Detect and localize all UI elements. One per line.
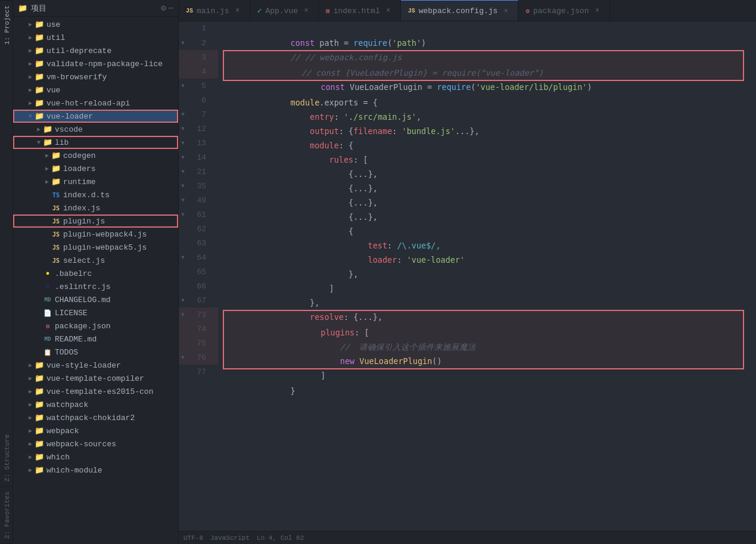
line-14-gutter: ▼ 14: [179, 150, 218, 164]
folder-icon-which: 📁: [35, 452, 44, 462]
tree-item-vue-template-es[interactable]: 📁 vue-template-es2015-con: [13, 385, 178, 398]
tab-icon-main-js: JS: [186, 8, 193, 14]
tree-arrow-which-module: [26, 466, 35, 474]
tree-arrow-loaders: [43, 164, 51, 173]
tab-bar: JS main.js × ✓ App.vue × ⊞ index.html ×: [179, 0, 756, 21]
tab-close-package-json[interactable]: ×: [593, 6, 602, 15]
tab-label-package-json: package.json: [533, 7, 589, 15]
file-tree[interactable]: 📁 use 📁 util 📁 util-deprecate: [13, 17, 178, 544]
linenum-12: 12: [187, 125, 212, 133]
fold-2: ▼: [179, 40, 187, 46]
status-encoding: UTF-8: [183, 534, 203, 542]
tree-item-eslintrc[interactable]: ○ .eslintrc.js: [13, 280, 178, 293]
folder-icon-runtime: 📁: [51, 177, 61, 186]
tree-item-babelrc[interactable]: ● .babelrc: [13, 267, 178, 280]
tree-item-plugin-js[interactable]: JS plugin.js: [13, 215, 178, 228]
tree-item-vue-style-loader[interactable]: 📁 vue-style-loader: [13, 359, 178, 372]
tab-close-webpack-config[interactable]: ×: [501, 7, 511, 16]
minimize-icon[interactable]: —: [169, 3, 173, 13]
tree-item-vm-browserify[interactable]: 📁 vm-browserify: [13, 70, 178, 83]
tree-item-changelog[interactable]: MD CHANGELOG.md: [13, 293, 178, 306]
tree-item-watchpack[interactable]: 📁 watchpack: [13, 398, 178, 411]
tree-item-which-module[interactable]: 📁 which-module: [13, 464, 178, 477]
fold-13: ▼: [179, 140, 187, 147]
explorer-title: 项目: [31, 3, 157, 14]
tree-item-util[interactable]: 📁 util: [13, 31, 178, 44]
tree-arrow-watchpack: [26, 400, 35, 409]
code-editor: 1 ▼ 2 3 4 ▼ 5: [179, 21, 756, 531]
linenum-66: 66: [187, 282, 212, 291]
tree-item-watchpack-chokidar2[interactable]: 📁 watchpack-chokidar2: [13, 411, 178, 424]
line-67-gutter: ▼ 67: [179, 293, 218, 307]
tree-item-todos[interactable]: 📋 TODOS: [13, 346, 178, 359]
folder-icon-util-deprecate: 📁: [35, 46, 44, 55]
tree-item-loaders[interactable]: 📁 loaders: [13, 162, 178, 175]
linenum-67: 67: [187, 296, 212, 305]
folder-icon-vue-template-es: 📁: [35, 387, 44, 396]
tree-item-vue-hot[interactable]: 📁 vue-hot-reload-api: [13, 97, 178, 110]
tab-icon-app-vue: ✓: [257, 6, 262, 15]
tree-arrow-vue: [26, 86, 35, 94]
tree-item-codegen[interactable]: 📁 codegen: [13, 149, 178, 162]
tree-item-lib[interactable]: 📁 lib: [13, 136, 178, 149]
tree-item-plugin-webpack4[interactable]: JS plugin-webpack4.js: [13, 228, 178, 241]
line-6-gutter: 6: [179, 93, 218, 107]
tree-item-webpack-sources[interactable]: 📁 webpack-sources: [13, 437, 178, 450]
settings-icon[interactable]: ⚙: [161, 3, 166, 13]
file-icon-babelrc: ●: [43, 269, 52, 278]
line-66-gutter: 66: [179, 279, 218, 293]
linenum-1: 1: [187, 21, 212, 36]
fold-5: ▼: [179, 83, 187, 89]
file-icon-package-json: ⚙: [43, 321, 52, 331]
tree-item-vscode[interactable]: 📁 vscode: [13, 123, 178, 136]
tree-item-runtime[interactable]: 📁 runtime: [13, 175, 178, 188]
code-line-1: const path = require('path'): [223, 21, 756, 36]
tab-close-main-js[interactable]: ×: [233, 6, 242, 15]
folder-icon-validate: 📁: [35, 59, 44, 69]
tree-item-package-json[interactable]: ⚙ package.json: [13, 319, 178, 332]
linenum-49: 49: [187, 196, 212, 205]
tab-close-app-vue[interactable]: ×: [301, 6, 311, 15]
folder-icon-webpack-sources: 📁: [35, 439, 44, 449]
structure-panel-label[interactable]: Z: Structure: [0, 430, 13, 487]
tree-item-webpack[interactable]: 📁 webpack: [13, 424, 178, 437]
folder-icon: 📁: [18, 4, 27, 13]
tree-item-validate[interactable]: 📁 validate-npm-package-lice: [13, 57, 178, 70]
tree-item-vue-loader[interactable]: 📁 vue-loader: [13, 110, 178, 123]
line-74-gutter: 74: [179, 322, 218, 336]
tree-item-vue-template-compiler[interactable]: 📁 vue-template-compiler: [13, 372, 178, 385]
favorites-panel-label[interactable]: 2: Favorites: [0, 487, 13, 544]
tab-main-js[interactable]: JS main.js ×: [179, 0, 250, 21]
tree-item-use[interactable]: 📁 use: [13, 18, 178, 31]
line-3-gutter: 3: [179, 50, 218, 64]
tree-item-index-js[interactable]: JS index.js: [13, 201, 178, 215]
tree-item-readme[interactable]: MD README.md: [13, 332, 178, 346]
file-explorer: 📁 项目 ⚙ — 📁 use 📁: [13, 0, 179, 544]
linenum-77: 77: [187, 368, 212, 377]
tab-index-html[interactable]: ⊞ index.html ×: [319, 0, 401, 21]
tree-item-select-js[interactable]: JS select.js: [13, 254, 178, 267]
tab-close-index-html[interactable]: ×: [384, 6, 393, 15]
file-icon-eslintrc: ○: [43, 282, 52, 291]
code-content[interactable]: const path = require('path') // // webpa…: [218, 21, 756, 531]
tree-item-license[interactable]: 📄 LICENSE: [13, 306, 178, 319]
folder-icon-vue-loader: 📁: [35, 111, 44, 121]
project-panel-label[interactable]: 1: Project: [0, 0, 13, 49]
tree-item-util-deprecate[interactable]: 📁 util-deprecate: [13, 44, 178, 57]
tab-icon-webpack-config: JS: [408, 8, 415, 14]
tree-arrow-runtime: [43, 178, 51, 186]
tab-package-json[interactable]: ⚙ package.json ×: [518, 0, 609, 21]
linenum-75: 75: [187, 339, 212, 348]
tab-webpack-config[interactable]: JS webpack.config.js ×: [401, 0, 519, 21]
tree-item-which[interactable]: 📁 which: [13, 450, 178, 464]
tree-item-index-dts[interactable]: TS index.d.ts: [13, 188, 178, 201]
fold-76: ▼: [179, 355, 187, 361]
linenum-6: 6: [187, 96, 212, 105]
folder-icon-watchpack: 📁: [35, 400, 44, 409]
tree-item-vue[interactable]: 📁 vue: [13, 83, 178, 97]
line-63-gutter: 63: [179, 236, 218, 250]
tree-item-plugin-webpack5[interactable]: JS plugin-webpack5.js: [13, 241, 178, 254]
linenum-4: 4: [187, 67, 212, 76]
tab-app-vue[interactable]: ✓ App.vue ×: [250, 0, 319, 21]
tree-arrow-util-deprecate: [26, 46, 35, 55]
